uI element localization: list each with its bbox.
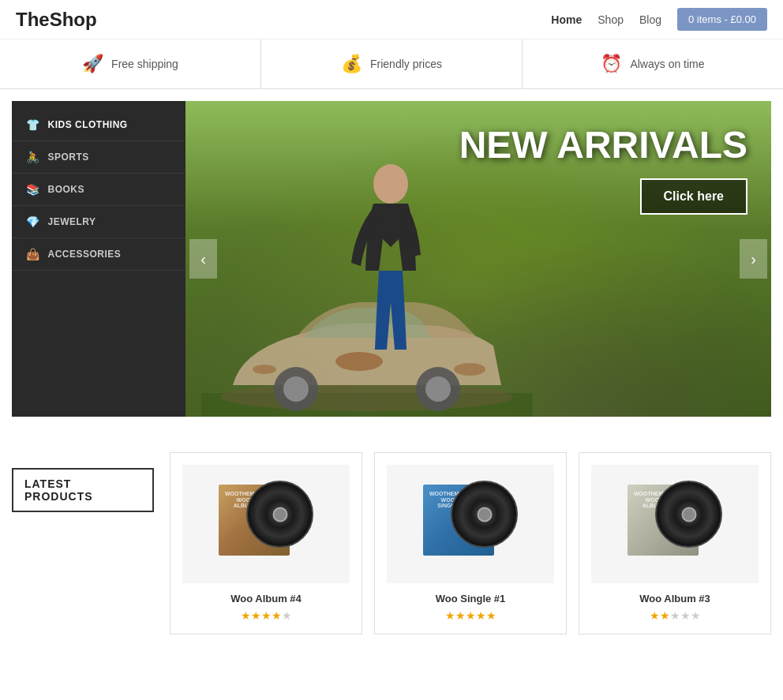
kids-icon: 👕 xyxy=(26,118,40,131)
header: TheShop Home Shop Blog 0 items - £0.00 xyxy=(0,0,783,39)
sidebar-item-books[interactable]: 📚 Books xyxy=(12,174,185,206)
product-image-3: WOOTHEMESWOOALBUM xyxy=(591,465,759,583)
jewelry-icon: 💎 xyxy=(26,215,40,228)
album-art-2: WOOTHEMESWOOSINGLE xyxy=(423,477,518,571)
money-icon: 💰 xyxy=(341,54,362,74)
feature-always-on-time-text: Always on time xyxy=(630,58,704,70)
clock-icon: ⏰ xyxy=(601,54,622,74)
album-disc-2 xyxy=(451,481,518,548)
latest-products-label-area: LATEST PRODUCTS xyxy=(12,452,154,634)
product-stars-1: ★★★★★ xyxy=(182,609,350,622)
star-4: ★ xyxy=(476,609,486,622)
star-1: ★ xyxy=(445,609,455,622)
nav-shop[interactable]: Shop xyxy=(598,13,624,26)
star-3: ★ xyxy=(670,609,680,622)
product-name-2: Woo Single #1 xyxy=(387,593,554,605)
products-grid: WOOTHEMESWOOALBUM Woo Album #4 ★★★★★ WOO… xyxy=(170,452,771,634)
sidebar-kids-clothing-label: Kids Clothing xyxy=(48,119,128,130)
product-name-1: Woo Album #4 xyxy=(182,593,350,605)
album-disc-3 xyxy=(655,481,722,548)
star-4: ★ xyxy=(680,609,691,622)
feature-free-shipping: 🚀 Free shipping xyxy=(0,39,261,88)
album-disc-1 xyxy=(246,481,313,548)
star-5: ★ xyxy=(486,609,496,622)
sidebar-item-accessories[interactable]: 👜 Accessories xyxy=(12,238,185,271)
main-content: 👕 Kids Clothing 🚴 Sports 📚 Books 💎 Jewel… xyxy=(0,89,783,429)
product-card-2[interactable]: WOOTHEMESWOOSINGLE Woo Single #1 ★★★★★ xyxy=(374,452,567,634)
slider-cta-button[interactable]: Click here xyxy=(640,178,747,215)
hero-slider: NEW ARRIVALS Click here xyxy=(185,101,771,417)
slider-title: NEW ARRIVALS xyxy=(459,125,747,167)
product-image-1: WOOTHEMESWOOALBUM xyxy=(182,465,350,583)
products-section: LATEST PRODUCTS WOOTHEMESWOOALBUM Woo Al… xyxy=(0,429,783,658)
star-3: ★ xyxy=(466,609,476,622)
star-4: ★ xyxy=(272,609,282,622)
rocket-icon: 🚀 xyxy=(82,54,103,74)
nav-blog[interactable]: Blog xyxy=(639,13,661,26)
album-art-3: WOOTHEMESWOOALBUM xyxy=(628,477,722,571)
cart-button[interactable]: 0 items - £0.00 xyxy=(677,8,767,31)
star-1: ★ xyxy=(241,609,251,622)
books-icon: 📚 xyxy=(26,183,40,196)
product-stars-3: ★★★★★ xyxy=(591,609,759,622)
sidebar-jewelry-label: Jewelry xyxy=(48,216,96,227)
sidebar-item-kids-clothing[interactable]: 👕 Kids Clothing xyxy=(12,109,185,141)
sidebar-sports-label: Sports xyxy=(48,152,89,163)
album-art-1: WOOTHEMESWOOALBUM xyxy=(219,477,313,571)
star-2: ★ xyxy=(251,609,261,622)
sidebar-accessories-label: Accessories xyxy=(48,249,122,260)
feature-free-shipping-text: Free shipping xyxy=(111,58,178,70)
star-5: ★ xyxy=(691,609,701,622)
product-card-3[interactable]: WOOTHEMESWOOALBUM Woo Album #3 ★★★★★ xyxy=(579,452,771,634)
star-1: ★ xyxy=(650,609,660,622)
star-3: ★ xyxy=(261,609,272,622)
features-bar: 🚀 Free shipping 💰 Friendly prices ⏰ Alwa… xyxy=(0,39,783,89)
sidebar-item-sports[interactable]: 🚴 Sports xyxy=(12,141,185,174)
accessories-icon: 👜 xyxy=(26,248,40,260)
main-nav: Home Shop Blog 0 items - £0.00 xyxy=(551,8,767,31)
product-card-1[interactable]: WOOTHEMESWOOALBUM Woo Album #4 ★★★★★ xyxy=(170,452,362,634)
feature-friendly-prices: 💰 Friendly prices xyxy=(261,39,523,88)
sidebar: 👕 Kids Clothing 🚴 Sports 📚 Books 💎 Jewel… xyxy=(12,101,185,417)
latest-products-heading: LATEST PRODUCTS xyxy=(12,468,154,512)
star-2: ★ xyxy=(660,609,670,622)
star-5: ★ xyxy=(282,609,292,622)
sidebar-books-label: Books xyxy=(48,184,85,195)
product-stars-2: ★★★★★ xyxy=(387,609,554,622)
site-logo[interactable]: TheShop xyxy=(16,9,97,31)
product-name-3: Woo Album #3 xyxy=(591,593,759,605)
sports-icon: 🚴 xyxy=(26,151,40,163)
feature-friendly-prices-text: Friendly prices xyxy=(370,58,442,70)
product-image-2: WOOTHEMESWOOSINGLE xyxy=(387,465,554,583)
feature-always-on-time: ⏰ Always on time xyxy=(523,39,783,88)
nav-home[interactable]: Home xyxy=(551,13,582,26)
sidebar-item-jewelry[interactable]: 💎 Jewelry xyxy=(12,206,185,238)
star-2: ★ xyxy=(455,609,466,622)
